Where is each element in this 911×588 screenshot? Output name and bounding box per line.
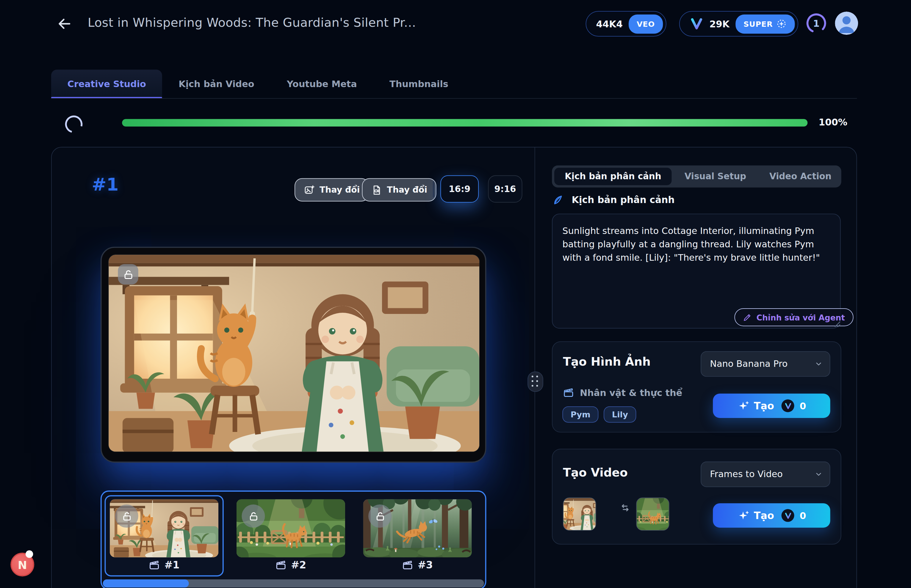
notification-ring[interactable]: 1 — [806, 12, 827, 34]
resize-handle-icon[interactable] — [833, 320, 840, 327]
unlock-button[interactable] — [115, 504, 138, 528]
brand-letter: N — [18, 558, 27, 571]
entity-chip-pym[interactable]: Pym — [562, 406, 598, 423]
clapperboard-icon — [402, 559, 413, 570]
image-model-dropdown[interactable]: Nano Banana Pro — [701, 351, 830, 376]
start-frame-thumbnail[interactable] — [563, 498, 596, 531]
panel-divider — [535, 147, 535, 588]
tab-thumbnails[interactable]: Thumbnails — [373, 69, 464, 99]
change-script-button[interactable]: Thay đổi — [362, 178, 437, 202]
unlock-icon — [122, 268, 134, 280]
video-model-dropdown[interactable]: Frames to Video — [701, 461, 830, 487]
super-credit-amount: 29K — [709, 18, 729, 29]
thumbnail-card-3[interactable]: #3 — [358, 495, 477, 577]
tab-kich-ban-video[interactable]: Kịch bản Video — [162, 69, 271, 99]
video-gen-cost: 0 — [800, 510, 806, 521]
pencil-icon — [743, 313, 752, 321]
clapperboard-icon — [276, 559, 287, 570]
video-generation-card: Tạo Video Frames to Video Tạo 0 — [552, 449, 841, 544]
veo-coin-icon — [781, 399, 794, 412]
progress-bar — [122, 119, 807, 126]
veo-coin-icon — [781, 509, 794, 522]
veo-credit-amount: 44K4 — [596, 18, 623, 29]
entities-row: Nhân vật & thực thể — [563, 387, 682, 398]
credit-super-pill[interactable]: 29K SUPER — [679, 11, 798, 37]
video-gen-title: Tạo Video — [563, 465, 628, 480]
main-tabs: Creative Studio Kịch bản Video Youtube M… — [51, 69, 465, 99]
chevron-down-icon — [815, 360, 823, 368]
panel-tab-video-action[interactable]: Video Action — [759, 168, 842, 185]
veo-button[interactable]: VEO — [629, 14, 663, 33]
swap-arrows-icon[interactable] — [619, 503, 631, 514]
clapperboard-icon — [563, 387, 574, 398]
unlock-button[interactable] — [118, 264, 138, 284]
aspect-16-9-button[interactable]: 16:9 — [440, 175, 479, 203]
file-video-icon — [371, 184, 382, 195]
aspect-9-16-button[interactable]: 9:16 — [488, 175, 522, 203]
unlock-button[interactable] — [242, 504, 265, 528]
start-frame-image — [564, 498, 595, 530]
clapperboard-icon — [149, 559, 160, 570]
progress-fill — [122, 119, 807, 126]
unlock-icon — [248, 510, 259, 522]
scene-preview-image[interactable] — [108, 254, 480, 452]
strip-scrollbar-track[interactable] — [103, 579, 484, 587]
image-gen-cost: 0 — [800, 400, 806, 411]
panel-tab-script[interactable]: Kịch bản phân cảnh — [554, 168, 672, 185]
tabs-divider — [51, 98, 857, 99]
tab-youtube-meta[interactable]: Youtube Meta — [271, 69, 373, 99]
thumbnail-label: #2 — [291, 559, 306, 571]
arrow-left-icon — [56, 15, 73, 33]
entities-label: Nhân vật & thực thể — [580, 388, 682, 398]
entity-chips: Pym Lily — [562, 406, 636, 423]
user-avatar[interactable] — [835, 11, 858, 35]
script-heading-row: Kịch bản phân cảnh — [552, 194, 674, 206]
panel-tabs: Kịch bản phân cảnh Visual Setup Video Ac… — [552, 166, 841, 187]
end-frame-thumbnail[interactable] — [636, 498, 669, 531]
thumbnail-card-1[interactable]: #1 — [105, 495, 224, 577]
unlock-button[interactable] — [368, 504, 392, 528]
veo-logo-icon — [690, 17, 704, 31]
unlock-icon — [374, 510, 386, 522]
generate-image-button[interactable]: Tạo 0 — [713, 394, 830, 418]
user-avatar-icon — [835, 11, 858, 35]
drag-handle-icon[interactable] — [527, 372, 543, 392]
unlock-icon — [121, 510, 132, 522]
spinner-icon — [62, 112, 86, 136]
scene-number: #1 — [92, 174, 119, 194]
credit-veo-pill[interactable]: 44K4 VEO — [585, 11, 666, 37]
image-plus-icon — [304, 184, 315, 195]
floating-status-dot — [26, 550, 33, 558]
tab-creative-studio[interactable]: Creative Studio — [51, 69, 162, 99]
panel-tab-visual-setup[interactable]: Visual Setup — [674, 168, 757, 185]
thumbnail-label: #1 — [165, 559, 180, 571]
pen-icon — [552, 194, 564, 206]
thumbnail-label: #3 — [418, 559, 433, 571]
toolbar-separator — [433, 181, 434, 197]
back-button[interactable] — [56, 15, 73, 33]
super-button[interactable]: SUPER — [736, 14, 795, 33]
page-title: Lost in Whispering Woods: The Guardian's… — [88, 16, 416, 30]
image-gen-title: Tạo Hình Ảnh — [563, 355, 651, 368]
notification-count: 1 — [806, 12, 827, 34]
cottage-scene-image — [109, 255, 479, 452]
sparkles-icon — [737, 510, 749, 522]
app-root: Lost in Whispering Woods: The Guardian's… — [0, 0, 911, 588]
end-frame-image — [637, 498, 668, 530]
change-image-button[interactable]: Thay đổi — [295, 178, 369, 202]
progress-label: 100% — [819, 117, 848, 128]
strip-scrollbar-thumb[interactable] — [103, 579, 189, 587]
generate-video-button[interactable]: Tạo 0 — [713, 503, 830, 528]
script-heading: Kịch bản phân cảnh — [572, 194, 675, 205]
chevron-down-icon — [815, 470, 823, 478]
main-image-frame — [101, 247, 486, 462]
plus-circle-icon — [776, 18, 787, 29]
entity-chip-lily[interactable]: Lily — [604, 406, 636, 423]
image-generation-card: Tạo Hình Ảnh Nano Banana Pro Nhân vật & … — [552, 341, 841, 433]
thumbnail-card-2[interactable]: #2 — [231, 495, 350, 577]
scene-thumbnail-strip: #1 #2 #3 — [101, 491, 486, 588]
sparkles-icon — [737, 400, 749, 412]
